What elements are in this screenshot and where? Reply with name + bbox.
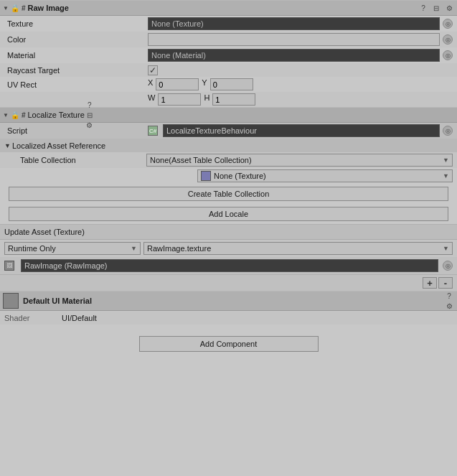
material-select-icon[interactable]: ◎	[443, 50, 453, 60]
runtime-value-text: RawImage.texture	[147, 244, 211, 253]
y-label: Y	[202, 78, 207, 90]
h-input[interactable]	[212, 93, 255, 106]
table-collection-label: Table Collection	[17, 156, 146, 164]
material-header: Default UI Material ? ⚙	[0, 291, 457, 311]
settings-icon[interactable]: ⚙	[444, 3, 454, 13]
table-collection-row: Table Collection None(Asset Table Collec…	[0, 152, 457, 168]
add-locale-btn-wrap: Add Locale	[0, 204, 457, 224]
uv-rect-row: UV Rect X Y	[0, 77, 457, 92]
raycast-label: Raycast Target	[4, 66, 148, 75]
add-locale-btn-label: Add Locale	[209, 210, 248, 218]
w-input[interactable]	[158, 93, 201, 106]
lt-help-icon[interactable]: ?	[85, 100, 95, 110]
material-header-icons: ? ⚙	[444, 291, 454, 311]
table-collection-dropdown-arrow: ▼	[443, 157, 449, 164]
material-thumbnail	[3, 293, 19, 309]
texture-value-container: None (Texture) ◎	[148, 17, 453, 30]
y-input[interactable]	[210, 78, 253, 90]
localized-asset-ref-header: ▼ Localized Asset Reference	[0, 139, 457, 152]
lock-icon: 🔒	[11, 4, 19, 12]
lt-title: Localize Texture	[27, 111, 84, 119]
texture-label: Texture	[4, 19, 148, 28]
add-component-label: Add Component	[200, 340, 258, 348]
update-asset-label: Update Asset (Texture)	[4, 228, 85, 236]
color-select-icon[interactable]: ◎	[443, 34, 453, 45]
layout-icon[interactable]: ⊟	[431, 3, 441, 13]
minus-button[interactable]: -	[438, 277, 453, 289]
shader-row: Shader UI/Default	[0, 311, 457, 325]
raw-image-title: Raw Image	[27, 4, 418, 12]
lt-layout-icon[interactable]: ⊟	[85, 110, 95, 120]
uv-label: UV Rect	[4, 80, 148, 89]
material-help-icon[interactable]: ?	[444, 291, 454, 301]
uv-wh-row: W H	[0, 92, 457, 107]
color-row: Color ◎	[0, 32, 457, 47]
raycast-checkbox[interactable]: ✓	[148, 65, 158, 75]
texture-row: Texture None (Texture) ◎	[0, 16, 457, 32]
collapse-icon[interactable]: ▼	[3, 5, 9, 11]
script-row: Script C# LocalizeTextureBehaviour ◎	[0, 123, 457, 139]
color-value-container: ◎	[148, 33, 453, 46]
script-field[interactable]: LocalizeTextureBehaviour	[163, 124, 440, 137]
shader-label: Shader	[4, 314, 62, 322]
material-field[interactable]: None (Material)	[148, 49, 440, 62]
asset-ref-collapse-icon[interactable]: ▼	[4, 142, 11, 149]
rawimage-select-icon[interactable]: ◎	[443, 261, 453, 271]
none-texture-row: None (Texture) ▼	[0, 168, 457, 184]
rawimage-row: 🖼 RawImage (RawImage) ◎	[0, 257, 457, 274]
none-texture-text: None (Texture)	[214, 172, 266, 180]
h-label: H	[204, 93, 209, 106]
plus-button[interactable]: +	[423, 277, 437, 289]
runtime-value-dropdown[interactable]: RawImage.texture ▼	[143, 242, 453, 255]
none-texture-arrow: ▼	[443, 172, 449, 179]
rawimage-field[interactable]: RawImage (RawImage)	[21, 259, 438, 272]
header-icons: ? ⊟ ⚙	[418, 3, 454, 13]
material-field-text: None (Material)	[151, 51, 206, 60]
w-label: W	[148, 93, 155, 106]
create-table-btn-label: Create Table Collection	[188, 190, 270, 198]
texture-field-text: None (Texture)	[151, 19, 204, 28]
material-settings-icon[interactable]: ⚙	[444, 301, 454, 311]
lt-header-icons: ? ⊟ ⚙	[85, 100, 95, 130]
shader-value: UI/Default	[62, 314, 97, 322]
update-asset-row: Update Asset (Texture)	[0, 224, 457, 240]
color-label: Color	[4, 35, 148, 44]
rawimage-text: RawImage (RawImage)	[24, 261, 108, 270]
texture-field[interactable]: None (Texture)	[148, 17, 440, 30]
raw-image-header: ▼ 🔒 # Raw Image ? ⊟ ⚙	[0, 0, 457, 16]
localize-texture-header: ▼ 🔒 # Localize Texture ? ⊟ ⚙	[0, 107, 457, 123]
x-input[interactable]	[156, 78, 199, 90]
material-title: Default UI Material	[23, 297, 440, 305]
lt-lock-icon: 🔒	[11, 111, 19, 119]
script-icon: C#	[148, 126, 158, 136]
raycast-value-container: ✓	[148, 65, 453, 75]
material-label: Material	[4, 51, 148, 60]
localized-asset-ref-label: Localized Asset Reference	[12, 141, 105, 150]
add-locale-btn[interactable]: Add Locale	[9, 207, 448, 221]
material-value-container: None (Material) ◎	[148, 49, 453, 62]
script-label: Script	[4, 126, 148, 135]
runtime-dropdown-text: Runtime Only	[8, 244, 56, 253]
uv-wh-coords: W H	[148, 93, 453, 106]
create-table-btn[interactable]: Create Table Collection	[9, 187, 448, 201]
add-component-button[interactable]: Add Component	[139, 336, 319, 352]
table-collection-dropdown[interactable]: None(Asset Table Collection) ▼	[146, 154, 453, 167]
lt-collapse-icon[interactable]: ▼	[3, 112, 9, 118]
help-icon[interactable]: ?	[418, 3, 428, 13]
none-texture-dropdown[interactable]: None (Texture) ▼	[197, 169, 453, 182]
runtime-dropdown[interactable]: Runtime Only ▼	[4, 242, 141, 255]
add-component-wrap: Add Component	[0, 325, 457, 363]
color-picker[interactable]	[148, 33, 440, 46]
hash-icon: #	[22, 4, 26, 12]
uv-wh-group: W H	[148, 93, 453, 106]
x-label: X	[148, 78, 153, 90]
script-value-container: C# LocalizeTextureBehaviour ◎	[148, 124, 453, 137]
texture-select-icon[interactable]: ◎	[443, 19, 453, 29]
uv-xy-group: X Y	[148, 78, 453, 90]
table-collection-dropdown-text: None(Asset Table Collection)	[150, 156, 252, 164]
raycast-row: Raycast Target ✓	[0, 63, 457, 77]
lt-hash-icon: #	[22, 111, 26, 119]
material-row: Material None (Material) ◎	[0, 47, 457, 63]
runtime-value-arrow: ▼	[443, 245, 449, 252]
script-select-icon[interactable]: ◎	[443, 126, 453, 136]
